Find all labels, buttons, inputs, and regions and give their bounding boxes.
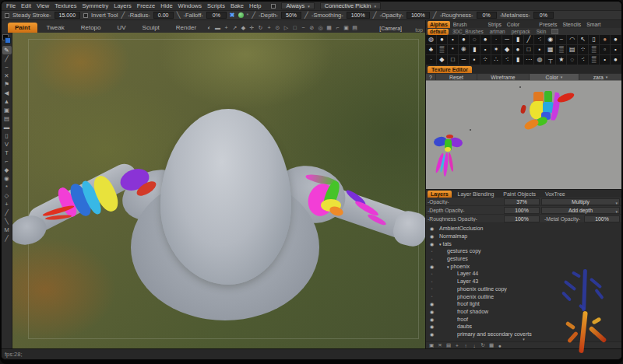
- orbit-icon[interactable]: ↻: [257, 25, 264, 31]
- menu-edit[interactable]: Edit: [21, 2, 31, 9]
- alpha-thumbnail[interactable]: ▮: [513, 55, 524, 65]
- alpha-thumbnail[interactable]: ▪: [470, 55, 480, 65]
- layer-visibility-icon[interactable]: ◉: [428, 309, 435, 314]
- layer-visibility-icon[interactable]: ◉: [428, 324, 435, 329]
- alpha-thumbnail[interactable]: ▦: [545, 45, 556, 55]
- texture-channel-dropdown[interactable]: Color▾: [530, 74, 579, 80]
- sphere-preview-icon[interactable]: [238, 12, 244, 18]
- fill-tool-icon[interactable]: ▲: [2, 97, 12, 106]
- menubar-checkbox[interactable]: [271, 4, 276, 9]
- layer-visibility-icon[interactable]: •: [428, 249, 435, 254]
- depth-value[interactable]: 50%: [281, 12, 301, 19]
- layer-visibility-icon[interactable]: ◉: [428, 226, 435, 231]
- menu-textures[interactable]: Textures: [55, 2, 76, 9]
- airbrush-tool-icon[interactable]: ◀: [2, 89, 12, 97]
- tab-uv[interactable]: UV: [110, 23, 132, 33]
- alpha-thumbnail[interactable]: ╱: [524, 35, 535, 45]
- alpha-group-stub[interactable]: [551, 29, 558, 34]
- alpha-group-3dc-brushes[interactable]: 3DC_Brushes: [450, 29, 486, 35]
- layer-row-phoenix-outline[interactable]: •phoenix outline: [426, 292, 621, 300]
- metalness-value[interactable]: 0%: [533, 12, 554, 19]
- layer-visibility-icon[interactable]: ◉: [428, 241, 435, 247]
- ruler-icon[interactable]: ⌐: [334, 25, 341, 31]
- metal-opacity-value[interactable]: 100%: [584, 215, 620, 222]
- alpha-thumbnail[interactable]: ▒: [589, 55, 600, 65]
- layer-row-layer-44[interactable]: •Layer 44: [426, 270, 621, 278]
- menu-freeze[interactable]: Freeze: [137, 2, 155, 9]
- alpha-thumbnail[interactable]: ⁖: [534, 35, 545, 45]
- tab-alphas[interactable]: Alphas: [428, 21, 450, 28]
- menu-help[interactable]: Help: [249, 2, 261, 9]
- texture-editor-canvas[interactable]: [426, 80, 621, 189]
- alpha-thumbnail[interactable]: ✶: [491, 45, 502, 55]
- texture-reset-button[interactable]: Reset: [436, 74, 477, 80]
- eraser-tool-icon[interactable]: ✕: [2, 72, 12, 80]
- camera-dropdown[interactable]: [Camera]: [379, 26, 402, 31]
- falloff-value[interactable]: 0%: [206, 12, 227, 19]
- alpha-thumbnail[interactable]: ❋: [459, 45, 470, 55]
- pen-pressure-icon[interactable]: ╲: [177, 12, 181, 19]
- opacity-value[interactable]: 100%: [407, 12, 430, 19]
- menu-layers[interactable]: Layers: [114, 2, 132, 9]
- tab-render[interactable]: Render: [169, 23, 203, 33]
- layer-visibility-icon[interactable]: •: [428, 294, 435, 299]
- alpha-thumbnail[interactable]: ●: [480, 35, 491, 45]
- v-spline-tool-icon[interactable]: V: [2, 140, 12, 149]
- alpha-thumbnail[interactable]: •: [600, 55, 611, 65]
- texture-wireframe-button[interactable]: Wireframe: [477, 74, 530, 80]
- menu-view[interactable]: View: [37, 2, 49, 9]
- layer-options-icon[interactable]: ●: [497, 343, 503, 348]
- doc-tool-icon[interactable]: ▯: [2, 131, 12, 140]
- curve-tool-icon[interactable]: ~: [2, 63, 12, 72]
- rect-tool-icon[interactable]: ▬: [2, 123, 12, 131]
- tab-layer-blending[interactable]: Layer Blending: [455, 191, 498, 198]
- delete-layer-icon[interactable]: ✕: [437, 342, 443, 348]
- move-down-icon[interactable]: ↓: [471, 343, 477, 348]
- depth-opacity-value[interactable]: 100%: [504, 207, 540, 214]
- tab-sculpt[interactable]: Sculpt: [136, 23, 167, 33]
- layer-visibility-icon[interactable]: ◉: [428, 264, 435, 269]
- alpha-thumbnail[interactable]: ⁖: [502, 55, 513, 65]
- texture-name-dropdown[interactable]: zara▾: [579, 74, 621, 80]
- alpha-thumbnail[interactable]: ●: [459, 35, 470, 45]
- color-swatch[interactable]: [2, 34, 11, 44]
- menu-hide[interactable]: Hide: [160, 2, 172, 9]
- blend-mode-dropdown[interactable]: Multiply: [541, 198, 620, 205]
- add-tool-icon[interactable]: +: [2, 200, 12, 208]
- grid-icon[interactable]: ▦: [326, 25, 333, 31]
- steady-stroke-value[interactable]: 15.000: [55, 12, 80, 19]
- layer-folder-icon[interactable]: ▦: [488, 342, 495, 348]
- tab-paint-objects[interactable]: Paint Objects: [500, 191, 539, 198]
- texture-editor-tab[interactable]: Texture Editor: [428, 66, 472, 73]
- alpha-thumbnail[interactable]: •: [448, 35, 459, 45]
- layer-row-froof[interactable]: ◉froof: [426, 315, 621, 323]
- tab-voxtree[interactable]: VoxTree: [542, 191, 568, 198]
- clone-tool-icon[interactable]: ▤: [2, 114, 12, 123]
- alpha-group-skin[interactable]: Skin: [534, 29, 548, 35]
- slash-tool-icon[interactable]: ╱: [2, 208, 12, 217]
- brush-mode-icon[interactable]: *: [247, 12, 249, 18]
- add-icon[interactable]: +: [266, 25, 273, 31]
- layer-opacity-value[interactable]: 37%: [504, 198, 540, 205]
- spray-tool-icon[interactable]: *: [2, 183, 12, 191]
- ruler-tool-icon[interactable]: ⌐: [2, 157, 12, 166]
- alpha-thumbnail[interactable]: ↖: [578, 35, 589, 45]
- alpha-thumbnail[interactable]: ●: [513, 45, 524, 55]
- alpha-thumbnail[interactable]: ─: [502, 35, 513, 45]
- tab-brush-options[interactable]: Brush Options: [451, 21, 485, 28]
- menu-windows[interactable]: Windows: [178, 2, 202, 9]
- alpha-thumbnail[interactable]: ●: [611, 55, 621, 65]
- alpha-thumbnail[interactable]: •: [611, 45, 621, 55]
- smoothing-curve-icon[interactable]: ╱: [304, 12, 308, 19]
- layout-icon[interactable]: ▤: [351, 25, 358, 31]
- globe-icon[interactable]: ◎: [317, 25, 324, 31]
- alpha-thumbnail[interactable]: ●: [611, 35, 621, 45]
- alpha-thumbnail[interactable]: □: [448, 55, 459, 65]
- opacity-curve-icon[interactable]: ╱: [373, 12, 377, 19]
- layer-row-layer-43[interactable]: •Layer 43: [426, 278, 621, 285]
- alpha-thumbnail[interactable]: ⁘: [480, 55, 491, 65]
- alpha-thumbnail[interactable]: *: [448, 45, 459, 55]
- layer-row-froof-light[interactable]: ◉froof light: [426, 300, 621, 308]
- depth-curve-icon[interactable]: ╱: [252, 12, 255, 19]
- alpha-thumbnail[interactable]: ⋯: [524, 55, 535, 65]
